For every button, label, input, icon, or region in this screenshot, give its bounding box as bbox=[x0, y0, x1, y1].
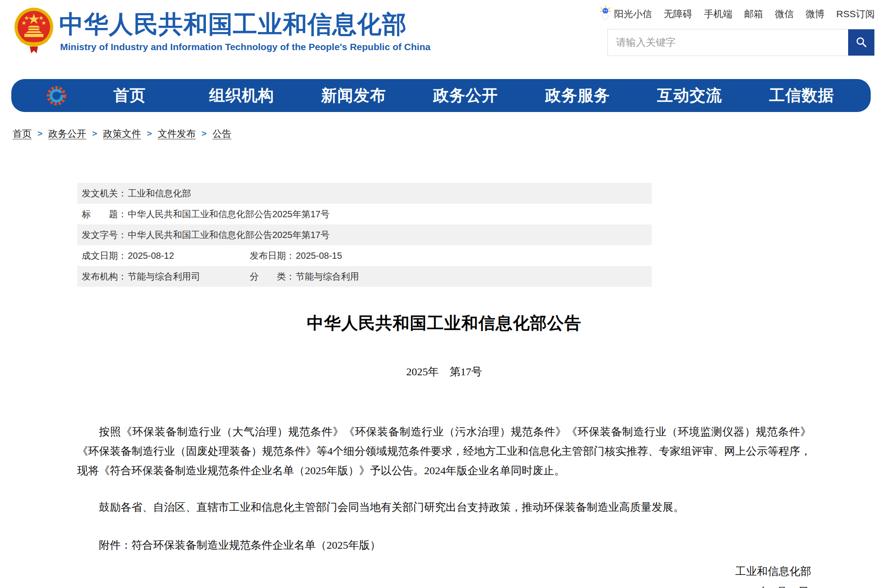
document-meta-table: 发文机关：工业和信息化部 标 题：中华人民共和国工业和信息化部公告2025年第1… bbox=[77, 183, 652, 287]
signature-authority: 工业和信息化部 bbox=[77, 564, 811, 579]
quick-link-rss[interactable]: RSS订阅 bbox=[836, 8, 875, 20]
breadcrumb-policy-documents[interactable]: 政策文件 bbox=[103, 127, 141, 140]
breadcrumb-gov-disclosure[interactable]: 政务公开 bbox=[48, 127, 86, 140]
search-button[interactable] bbox=[848, 29, 874, 56]
nav-item-gov-disclosure[interactable]: 政务公开 bbox=[410, 85, 522, 106]
quick-link-mail[interactable]: 邮箱 bbox=[744, 8, 763, 20]
meta-label: 发文字号： bbox=[82, 230, 127, 240]
chevron-right-icon: > bbox=[37, 129, 42, 139]
meta-value: 节能与综合利用司 bbox=[128, 271, 200, 281]
article-body: 按照《环保装备制造行业（大气治理）规范条件》《环保装备制造行业（污水治理）规范条… bbox=[77, 422, 811, 517]
meta-label: 发布日期： bbox=[250, 251, 295, 261]
nav-item-home[interactable]: 首页 bbox=[74, 85, 186, 106]
nav-item-interaction[interactable]: 互动交流 bbox=[634, 85, 746, 106]
main-nav: 首页 组织机构 新闻发布 政务公开 政务服务 互动交流 工信数据 bbox=[11, 79, 871, 112]
quick-link-wechat[interactable]: 微信 bbox=[775, 8, 794, 20]
national-emblem-icon bbox=[14, 6, 54, 55]
search-input[interactable] bbox=[608, 29, 848, 56]
meta-label: 发布机构： bbox=[82, 271, 127, 281]
breadcrumb-document-release[interactable]: 文件发布 bbox=[158, 127, 196, 140]
site-subtitle: Ministry of Industry and Information Tec… bbox=[60, 42, 430, 52]
breadcrumb: 首页 > 政务公开 > 政策文件 > 文件发布 > 公告 bbox=[13, 127, 231, 140]
miit-logo-icon bbox=[45, 84, 68, 107]
meta-label: 标 题： bbox=[82, 209, 127, 219]
nav-item-gov-services[interactable]: 政务服务 bbox=[522, 85, 634, 106]
meta-value: 中华人民共和国工业和信息化部公告2025年第17号 bbox=[128, 209, 330, 219]
chevron-right-icon: > bbox=[92, 129, 97, 139]
meta-label: 分 类： bbox=[250, 271, 295, 281]
quick-link-mobile[interactable]: 手机端 bbox=[704, 8, 733, 20]
article-container: 发文机关：工业和信息化部 标 题：中华人民共和国工业和信息化部公告2025年第1… bbox=[77, 183, 811, 588]
quick-link-accessibility[interactable]: 无障碍 bbox=[664, 8, 692, 20]
quick-links-bar: 阳光小信 无障碍 手机端 邮箱 微信 微博 RSS订阅 bbox=[599, 5, 875, 22]
article-issue-number: 2025年 第17号 bbox=[77, 364, 811, 379]
nav-items: 首页 组织机构 新闻发布 政务公开 政务服务 互动交流 工信数据 bbox=[74, 85, 858, 106]
quick-link-weibo[interactable]: 微博 bbox=[806, 8, 825, 20]
nav-item-data[interactable]: 工信数据 bbox=[746, 85, 858, 106]
site-title-block: 中华人民共和国工业和信息化部 Ministry of Industry and … bbox=[59, 11, 430, 52]
search-box bbox=[607, 29, 875, 56]
nav-item-organization[interactable]: 组织机构 bbox=[186, 85, 298, 106]
quick-link-yangguangxiaoxin[interactable]: 阳光小信 bbox=[614, 8, 652, 20]
article-title: 中华人民共和国工业和信息化部公告 bbox=[77, 312, 811, 335]
meta-label: 发文机关： bbox=[82, 188, 127, 198]
meta-value: 节能与综合利用 bbox=[296, 271, 359, 281]
meta-label: 成文日期： bbox=[82, 251, 127, 261]
signature-date: 2025年8月12日 bbox=[77, 584, 811, 588]
article-paragraph: 鼓励各省、自治区、直辖市工业和信息化主管部门会同当地有关部门研究出台支持政策，推… bbox=[77, 498, 811, 517]
mascot-icon bbox=[599, 5, 611, 22]
nav-item-news[interactable]: 新闻发布 bbox=[298, 85, 410, 106]
article-paragraph: 按照《环保装备制造行业（大气治理）规范条件》《环保装备制造行业（污水治理）规范条… bbox=[77, 422, 811, 481]
meta-value: 工业和信息化部 bbox=[128, 188, 191, 198]
search-icon bbox=[855, 36, 867, 49]
meta-value: 中华人民共和国工业和信息化部公告2025年第17号 bbox=[128, 230, 330, 240]
breadcrumb-home[interactable]: 首页 bbox=[13, 127, 32, 140]
meta-row-issuing-authority: 发文机关：工业和信息化部 bbox=[77, 183, 652, 204]
attachment-link[interactable]: 附件：符合环保装备制造业规范条件企业名单（2025年版） bbox=[77, 538, 811, 552]
meta-row-document-number: 发文字号：中华人民共和国工业和信息化部公告2025年第17号 bbox=[77, 224, 652, 245]
meta-row-title: 标 题：中华人民共和国工业和信息化部公告2025年第17号 bbox=[77, 204, 652, 224]
meta-value: 2025-08-12 bbox=[128, 251, 174, 261]
breadcrumb-announcement[interactable]: 公告 bbox=[212, 127, 231, 140]
chevron-right-icon: > bbox=[201, 129, 206, 139]
chevron-right-icon: > bbox=[147, 129, 152, 139]
site-title: 中华人民共和国工业和信息化部 bbox=[59, 11, 430, 37]
meta-row-dates: 成文日期：2025-08-12 发布日期：2025-08-15 bbox=[77, 245, 652, 266]
meta-value: 2025-08-15 bbox=[296, 251, 342, 261]
meta-row-publisher: 发布机构：节能与综合利用司 分 类：节能与综合利用 bbox=[77, 266, 652, 287]
